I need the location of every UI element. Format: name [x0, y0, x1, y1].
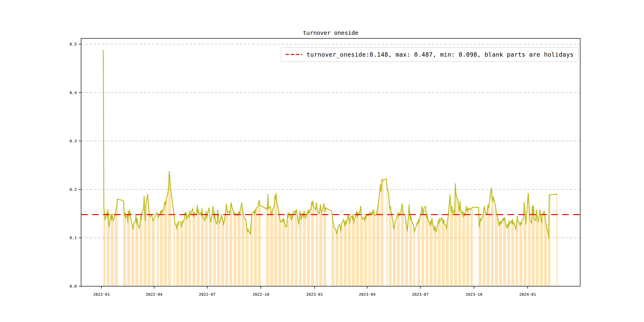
turnover-day-bar [260, 204, 260, 286]
turnover-day-bar [223, 221, 224, 286]
turnover-day-bar [214, 215, 214, 286]
turnover-day-bar [456, 196, 457, 286]
turnover-day-bar [218, 216, 219, 286]
turnover-day-bar [230, 215, 230, 286]
turnover-day-bar [217, 224, 218, 286]
turnover-day-bar [422, 211, 423, 286]
turnover-day-bar [427, 215, 428, 286]
turnover-day-bar [375, 216, 375, 286]
turnover-day-bar [509, 221, 510, 286]
turnover-day-bar [205, 221, 206, 286]
turnover-day-bar [529, 211, 530, 286]
turnover-day-bar [157, 213, 158, 286]
turnover-day-bar [152, 215, 152, 286]
turnover-day-bar [469, 208, 469, 286]
turnover-day-bar [272, 210, 273, 286]
turnover-day-bar [485, 211, 486, 286]
turnover-day-bar [368, 216, 369, 286]
turnover-day-bar [284, 218, 284, 286]
turnover-day-bar [282, 220, 283, 286]
turnover-day-bar [422, 206, 422, 286]
turnover-day-bar [254, 215, 255, 286]
turnover-day-bar [170, 177, 170, 286]
turnover-day-bar [390, 204, 390, 286]
turnover-day-bar [284, 221, 285, 286]
turnover-day-bar [210, 218, 211, 286]
turnover-day-bar [418, 224, 418, 286]
turnover-day-bar [377, 211, 378, 286]
turnover-day-bar [500, 224, 501, 286]
turnover-day-bar [193, 214, 194, 286]
turnover-day-bar [132, 224, 132, 286]
turnover-day-bar [364, 218, 365, 286]
turnover-day-bar [479, 227, 480, 286]
turnover-day-bar [542, 216, 543, 286]
turnover-day-bar [340, 224, 340, 286]
turnover-day-bar [248, 229, 249, 286]
turnover-day-bar [207, 215, 208, 286]
turnover-day-bar [514, 222, 514, 286]
turnover-day-bar [440, 218, 440, 286]
turnover-day-bar [312, 205, 313, 286]
turnover-day-bar [520, 223, 520, 286]
turnover-day-bar [104, 214, 105, 286]
turnover-day-bar [124, 216, 125, 286]
turnover-day-bar [293, 213, 294, 286]
turnover-day-bar [546, 226, 547, 286]
turnover-day-bar [484, 206, 485, 286]
turnover-day-bar [508, 224, 508, 286]
turnover-day-bar [148, 194, 148, 286]
turnover-day-bar [221, 218, 222, 286]
turnover-day-bar [468, 211, 469, 286]
turnover-day-bar [434, 229, 434, 286]
turnover-day-bar [117, 199, 118, 286]
turnover-day-bar [467, 211, 468, 286]
turnover-day-bar [311, 209, 312, 286]
x-tick-label: 2023-01 [306, 292, 323, 297]
turnover-day-bar [288, 214, 288, 286]
turnover-day-bar [548, 238, 549, 286]
turnover-day-bar [427, 218, 427, 286]
turnover-day-bar [541, 220, 542, 286]
turnover-day-bar [178, 225, 179, 286]
x-tick-label: 2022-01 [93, 292, 110, 297]
turnover-day-bar [291, 220, 292, 286]
turnover-day-bar [250, 234, 251, 286]
figure: 0.00.10.20.30.40.52022-012022-042022-072… [0, 0, 644, 322]
turnover-day-bar [185, 213, 186, 286]
turnover-day-bar [125, 213, 126, 286]
turnover-day-bar [190, 215, 191, 286]
turnover-day-bar [408, 231, 408, 286]
turnover-day-bar [487, 215, 487, 286]
turnover-day-bar [287, 221, 288, 286]
turnover-day-bar [394, 228, 394, 286]
turnover-day-bar [109, 227, 110, 286]
turnover-day-bar [538, 222, 539, 286]
turnover-day-bar [520, 226, 521, 286]
turnover-day-bar [538, 218, 538, 286]
turnover-day-bar [283, 222, 284, 286]
turnover-day-bar [150, 217, 151, 286]
x-tick-label: 2024-01 [519, 292, 536, 297]
turnover-day-bar [297, 214, 298, 286]
turnover-day-bar [195, 215, 196, 286]
turnover-day-bar [556, 194, 557, 286]
turnover-day-bar [206, 218, 207, 286]
turnover-day-bar [406, 223, 407, 286]
turnover-day-bar [226, 204, 227, 286]
turnover-day-bar [444, 220, 444, 286]
turnover-day-bar [150, 214, 150, 286]
turnover-day-bar [267, 210, 268, 286]
turnover-day-bar [320, 209, 320, 286]
turnover-day-bar [242, 203, 242, 286]
turnover-day-bar [271, 211, 271, 286]
turnover-day-bar [378, 208, 378, 286]
turnover-day-bar [142, 213, 142, 286]
turnover-day-bar [536, 221, 536, 286]
turnover-day-bar [452, 206, 452, 286]
turnover-day-bar [530, 220, 530, 286]
turnover-day-bar [488, 205, 488, 286]
turnover-day-bar [348, 216, 348, 286]
turnover-day-bar [134, 224, 134, 286]
turnover-day-bar [231, 202, 232, 286]
